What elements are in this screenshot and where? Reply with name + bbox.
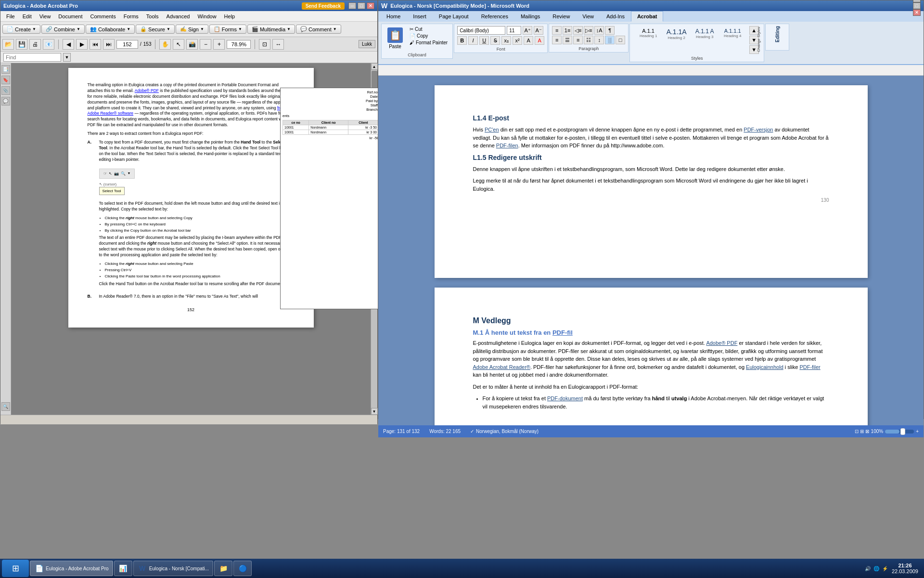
word-doc-area[interactable]: L1.4 E-post Hvis PC'en din er satt opp m… (378, 76, 924, 425)
menu-file[interactable]: File (2, 13, 19, 20)
sidebar-comments-icon[interactable]: 💬 (1, 97, 10, 105)
menu-advanced[interactable]: Advanced (163, 13, 194, 20)
italic-button[interactable]: I (468, 36, 478, 45)
sidebar-nav-icon[interactable]: 🔍 (1, 402, 10, 411)
bold-button[interactable]: B (457, 36, 467, 45)
fit-page-button[interactable]: ⊡ (259, 39, 270, 50)
sidebar-pages-icon[interactable]: 📑 (1, 65, 10, 74)
taskbar-app-acrobat[interactable]: 📄 Eulogica - Adobe Acrobat Pro (30, 561, 113, 576)
style-h2-button[interactable]: A.1.1 A Heading 3 (692, 26, 718, 54)
scroll-up-button[interactable]: ▲ (371, 63, 378, 70)
tab-mailings[interactable]: Mailings (514, 11, 546, 22)
page-number-input[interactable] (116, 40, 138, 49)
style-normal-button[interactable]: A.1.1 Heading 1 (635, 26, 662, 54)
prev-nav-button[interactable]: ⏮ (90, 39, 101, 50)
next-nav-button[interactable]: ⏭ (103, 39, 115, 50)
bullets-button[interactable]: ≡ (552, 26, 562, 35)
justify-button[interactable]: ☷ (584, 36, 593, 44)
adobe-pdf-link[interactable]: Adobe® PDF (135, 88, 159, 93)
hand-tool-button[interactable]: ✋ (159, 39, 171, 50)
acrobat-send-feedback[interactable]: Send Feedback (302, 2, 345, 10)
align-left-button[interactable]: ≡ (552, 36, 562, 44)
sort-button[interactable]: ↕A (594, 26, 604, 35)
taskbar-app-explorer[interactable]: 📁 (214, 561, 232, 576)
open-button[interactable]: 📂 (2, 39, 14, 50)
menu-tools[interactable]: Tools (142, 13, 163, 20)
find-input[interactable] (3, 53, 61, 62)
select-tool-button[interactable]: ↖ (173, 39, 184, 50)
underline-button[interactable]: U (479, 36, 489, 45)
tab-page-layout[interactable]: Page Layout (433, 11, 475, 22)
font-color-button[interactable]: A (535, 36, 544, 45)
tab-references[interactable]: References (475, 11, 514, 22)
superscript-button[interactable]: x² (513, 36, 522, 45)
menu-help[interactable]: Help (220, 13, 239, 20)
copy-button[interactable]: 📄 Copy (408, 33, 449, 39)
pdf-version-link[interactable]: PDF-versjon (744, 127, 773, 132)
find-dropdown-button[interactable]: ▼ (63, 53, 71, 62)
text-effects-button[interactable]: A (524, 36, 533, 45)
align-right-button[interactable]: ≡ (573, 36, 583, 44)
tab-acrobat[interactable]: Acrobat (631, 11, 664, 22)
align-center-button[interactable]: ☰ (563, 36, 572, 44)
word-close-button[interactable]: ✕ (913, 9, 921, 16)
pdf-dokument-link[interactable]: PDF-dokument (547, 395, 583, 401)
sidebar-attachments-icon[interactable]: 📎 (1, 86, 10, 95)
cut-button[interactable]: ✂ Cut (408, 26, 449, 32)
free-adobe-link[interactable]: free Adobe Reader® software (88, 105, 284, 116)
adobe-pdf-link-word[interactable]: Adobe® PDF (706, 340, 737, 346)
paste-button[interactable]: 📋 Paste (385, 26, 406, 51)
pc-en-link[interactable]: PC'en (485, 127, 499, 132)
print-button[interactable]: 🖨 (29, 39, 41, 50)
subscript-button[interactable]: x₂ (501, 36, 511, 45)
save-button[interactable]: 💾 (16, 39, 27, 50)
tab-insert[interactable]: Insert (407, 11, 433, 22)
system-clock[interactable]: 21:26 22.03.2009 (892, 563, 918, 574)
word-maximize-button[interactable]: □ (913, 2, 921, 9)
numbering-button[interactable]: 1≡ (563, 26, 572, 35)
line-spacing-button[interactable]: ↕ (594, 36, 604, 44)
close-button[interactable]: ✕ (367, 2, 374, 9)
font-name-input[interactable] (457, 26, 505, 35)
combine-button[interactable]: 🔗 Combine ▼ (41, 25, 85, 34)
menu-edit[interactable]: Edit (19, 13, 36, 20)
borders-button[interactable]: □ (616, 36, 625, 44)
tab-addins[interactable]: Add-Ins (600, 11, 631, 22)
tab-home[interactable]: Home (380, 11, 407, 22)
zoom-out-button[interactable]: − (200, 39, 211, 50)
menu-comments[interactable]: Comments (87, 13, 120, 20)
prev-page-button[interactable]: ◀ (63, 39, 74, 50)
menu-document[interactable]: Document (54, 13, 86, 20)
strikethrough-button[interactable]: S̶ (490, 36, 500, 45)
pdf-filer-link[interactable]: PDF-filer (799, 364, 820, 370)
menu-forms[interactable]: Forms (120, 13, 142, 20)
sidebar-bookmarks-icon[interactable]: 🔖 (1, 76, 10, 84)
scroll-down-button[interactable]: ▼ (371, 408, 378, 415)
lukk-label[interactable]: Lukk (359, 40, 375, 48)
pdf-filen-link[interactable]: PDF-filen (496, 143, 518, 148)
secure-button[interactable]: 🔒 Secure ▼ (136, 25, 175, 34)
increase-indent-button[interactable]: ▷≡ (584, 26, 593, 35)
menu-view[interactable]: View (36, 13, 55, 20)
fit-width-button[interactable]: ↔ (272, 39, 284, 50)
tab-review[interactable]: Review (546, 11, 576, 22)
zoom-in-button[interactable]: + (213, 39, 225, 50)
zoom-slider[interactable] (885, 430, 914, 434)
font-grow-button[interactable]: A⁺ (523, 26, 532, 35)
zoom-plus-button[interactable]: + (916, 429, 919, 434)
taskbar-app-word[interactable]: W Eulogica - Norsk [Compati... (133, 561, 214, 576)
scroll-thumb[interactable] (372, 71, 377, 90)
change-styles-button[interactable]: Change Styles (756, 26, 762, 53)
taskbar-app-extra[interactable]: 🔵 (233, 561, 252, 576)
start-button[interactable]: ⊞ (2, 560, 29, 577)
sign-button[interactable]: ✍ Sign ▼ (176, 25, 208, 34)
style-h1-button[interactable]: A.1.1A Heading 2 (663, 26, 690, 54)
maximize-button[interactable]: □ (358, 2, 365, 9)
format-painter-button[interactable]: 🖌 Format Painter (408, 39, 449, 46)
email-button[interactable]: 📧 (43, 39, 54, 50)
forms-button[interactable]: 📋 Forms ▼ (209, 25, 246, 34)
style-h3-button[interactable]: A.1.1.1 Heading 4 (719, 26, 746, 54)
menu-window[interactable]: Window (193, 13, 220, 20)
next-view-button[interactable]: ▶ (76, 39, 88, 50)
font-size-input[interactable] (507, 26, 521, 35)
